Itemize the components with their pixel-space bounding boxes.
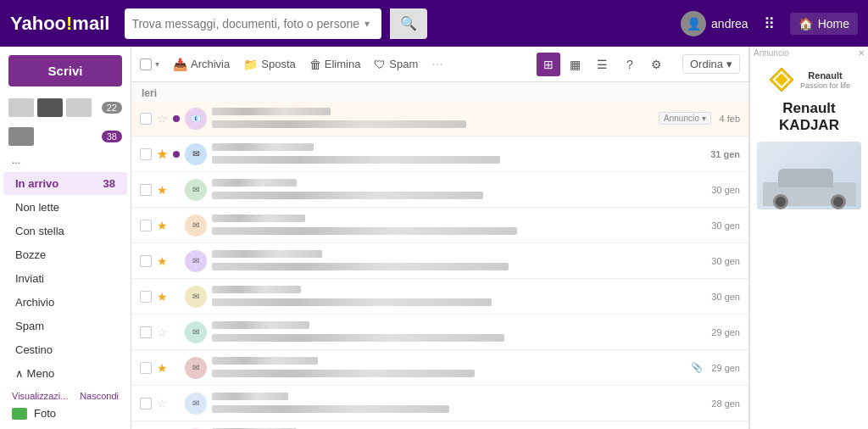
select-all[interactable]: ▾ xyxy=(140,58,159,70)
more-actions-icon[interactable]: ··· xyxy=(431,57,442,72)
email-checkbox[interactable] xyxy=(140,220,152,231)
email-star-icon[interactable]: ★ xyxy=(157,183,168,197)
email-content xyxy=(212,142,702,166)
settings-button[interactable]: ⚙ xyxy=(645,53,669,76)
toolbar: ▾ 📥 Archivia 📁 Sposta 🗑 Elimina 🛡 Spam ·… xyxy=(131,47,748,82)
email-checkbox[interactable] xyxy=(140,148,152,160)
email-row[interactable]: ★ ✉ 📎 29 gen xyxy=(131,350,748,386)
email-row[interactable]: ☆ ✉ 28 gen xyxy=(131,386,748,421)
email-read-indicator xyxy=(173,258,180,265)
sidebar-item-inviati[interactable]: Inviati xyxy=(3,267,127,290)
sidebar-item-foto[interactable]: Foto xyxy=(0,403,131,424)
car-top xyxy=(778,169,833,187)
email-star-icon[interactable]: ☆ xyxy=(157,326,168,339)
email-row[interactable]: ★ ✉ 30 gen xyxy=(131,208,748,243)
email-date: 30 gen xyxy=(711,292,740,302)
sender-text xyxy=(212,393,288,400)
email-date: 29 gen xyxy=(711,327,740,337)
email-read-indicator xyxy=(173,293,180,300)
email-row[interactable]: ☆ ✉ 29 gen xyxy=(131,315,748,350)
compact-view-button[interactable]: ▦ xyxy=(564,53,587,76)
sidebar-item-non-lette[interactable]: Non lette xyxy=(3,196,127,219)
email-content xyxy=(212,106,654,131)
compose-button[interactable]: Scrivi xyxy=(8,55,122,86)
sidebar-label-archivio: Archivio xyxy=(15,296,54,309)
sidebar-item-meno[interactable]: ∧ Meno xyxy=(3,362,127,385)
email-content xyxy=(212,177,703,202)
search-button[interactable]: 🔍 xyxy=(390,8,427,39)
panel-view-button[interactable]: ☰ xyxy=(591,53,615,76)
email-avatar: 📧 xyxy=(185,108,207,130)
email-star-icon[interactable]: ☆ xyxy=(157,397,168,410)
nascondi1-button[interactable]: Nascondi xyxy=(80,391,119,401)
grid-view-button[interactable]: ⊞ xyxy=(537,53,560,76)
sidebar-more[interactable]: ... xyxy=(0,153,131,171)
archivia-action[interactable]: 📥 Archivia xyxy=(173,58,230,71)
renault-brand-text: Renault Passion for life xyxy=(800,70,850,90)
sender-text xyxy=(212,143,314,151)
sidebar-item-documenti[interactable]: Documenti xyxy=(0,424,131,429)
sposta-action[interactable]: 📁 Sposta xyxy=(243,58,295,71)
help-button[interactable]: ? xyxy=(618,53,642,76)
search-dropdown-icon[interactable]: ▾ xyxy=(359,18,375,30)
email-row[interactable]: ☆ ✉ 27 gen xyxy=(131,421,748,429)
email-checkbox[interactable] xyxy=(140,362,152,374)
select-all-checkbox[interactable] xyxy=(140,58,152,70)
email-star-icon[interactable]: ★ xyxy=(157,254,168,268)
sidebar-item-cestino[interactable]: Cestino xyxy=(3,338,127,361)
apps-icon[interactable]: ⠿ xyxy=(757,14,782,33)
elimina-action[interactable]: 🗑 Elimina xyxy=(309,58,361,71)
sidebar-label-bozze: Bozze xyxy=(15,248,46,261)
sposta-icon: 📁 xyxy=(243,58,258,71)
email-checkbox[interactable] xyxy=(140,326,152,338)
car-shape xyxy=(763,164,856,206)
email-row[interactable]: ★ ✉ 30 gen xyxy=(131,243,748,279)
ad-content[interactable]: Renault Passion for life Renault KADJAR xyxy=(750,59,868,216)
email-checkbox[interactable] xyxy=(140,184,152,196)
email-star-icon[interactable]: ★ xyxy=(157,219,168,232)
search-input[interactable] xyxy=(131,17,359,31)
email-star-icon[interactable]: ★ xyxy=(157,148,168,161)
spam-action[interactable]: 🛡 Spam xyxy=(374,58,418,71)
email-star-icon[interactable]: ☆ xyxy=(157,112,168,125)
user-area[interactable]: 👤 andrea xyxy=(681,11,748,36)
elimina-icon: 🗑 xyxy=(309,58,321,71)
main-layout: Scrivi 22 38 ... In arrivo 38 Non lette … xyxy=(0,47,868,429)
ad-label: Annuncio ✕ xyxy=(750,47,868,59)
date-group-ieri: Ieri xyxy=(131,82,748,101)
sender-text xyxy=(212,321,309,329)
email-checkbox[interactable] xyxy=(140,398,152,410)
annuncio-badge: Annuncio ▾ xyxy=(659,112,710,125)
home-button[interactable]: 🏠 Home xyxy=(790,13,858,35)
sidebar-item-con-stella[interactable]: Con stella xyxy=(3,220,127,242)
email-row[interactable]: ★ ✉ 31 gen xyxy=(131,136,748,172)
email-star-icon[interactable]: ★ xyxy=(157,290,168,304)
sender-text xyxy=(212,214,305,222)
email-star-icon[interactable]: ★ xyxy=(157,361,168,375)
email-read-indicator xyxy=(173,222,180,229)
email-row[interactable]: ★ ✉ 30 gen xyxy=(131,279,748,315)
sender-text xyxy=(212,357,318,365)
subject-text xyxy=(212,263,509,270)
email-row[interactable]: ★ ✉ 30 gen xyxy=(131,172,748,208)
sidebar-item-bozze[interactable]: Bozze xyxy=(3,243,127,266)
sidebar-label-in-arrivo: In arrivo xyxy=(15,177,58,190)
sidebar-item-spam[interactable]: Spam xyxy=(3,315,127,337)
sender-text xyxy=(212,179,297,187)
sidebar: Scrivi 22 38 ... In arrivo 38 Non lette … xyxy=(0,47,131,429)
sidebar-item-archivio[interactable]: Archivio xyxy=(3,291,127,314)
email-date: 30 gen xyxy=(711,256,740,266)
email-avatar: ✉ xyxy=(185,250,207,272)
select-dropdown-icon[interactable]: ▾ xyxy=(155,59,159,69)
email-checkbox[interactable] xyxy=(140,291,152,303)
email-extra: 📎 xyxy=(691,362,703,373)
ad-close-button[interactable]: ✕ xyxy=(858,48,865,58)
subject-text xyxy=(212,156,500,164)
sort-button[interactable]: Ordina ▾ xyxy=(682,54,740,74)
sidebar-item-in-arrivo[interactable]: In arrivo 38 xyxy=(3,172,127,195)
renault-diamond-icon xyxy=(768,66,795,93)
email-checkbox[interactable] xyxy=(140,113,152,125)
email-avatar: ✉ xyxy=(185,286,207,308)
email-checkbox[interactable] xyxy=(140,255,152,267)
email-row[interactable]: ☆ 📧 Annuncio ▾ 4 feb xyxy=(131,101,748,136)
